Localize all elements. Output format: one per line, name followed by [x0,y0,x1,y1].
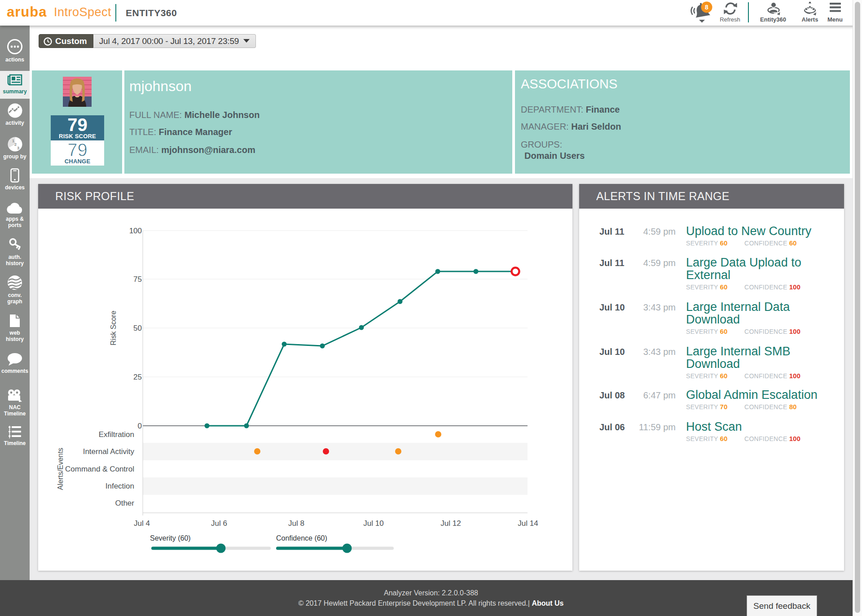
svg-text:75: 75 [133,275,142,284]
svg-text:0: 0 [138,422,142,430]
svg-text:Exfiltration: Exfiltration [99,430,134,439]
svg-text:Jul 4: Jul 4 [134,519,150,528]
svg-text:25: 25 [133,373,142,381]
svg-text:Risk Score: Risk Score [110,310,117,345]
svg-text:Confidence (60): Confidence (60) [276,534,327,542]
svg-text:Severity (60): Severity (60) [150,534,191,542]
svg-text:Jul 10: Jul 10 [363,519,383,528]
svg-text:Command & Control: Command & Control [65,465,134,473]
svg-text:8: 8 [705,4,708,11]
svg-text:100: 100 [129,227,142,235]
svg-text:Jul 8: Jul 8 [288,519,304,528]
svg-text:Jul 6: Jul 6 [211,519,227,528]
svg-text:Internal Activity: Internal Activity [83,447,135,456]
svg-text:Other: Other [115,499,134,507]
svg-text:Jul 14: Jul 14 [518,519,538,528]
svg-text:3: 3 [17,146,19,150]
svg-text:2: 2 [14,142,17,147]
svg-text:Infection: Infection [106,482,134,490]
svg-text:50: 50 [133,324,142,332]
svg-text:Alerts/Events: Alerts/Events [57,448,64,490]
svg-text:Jul 12: Jul 12 [440,519,461,528]
